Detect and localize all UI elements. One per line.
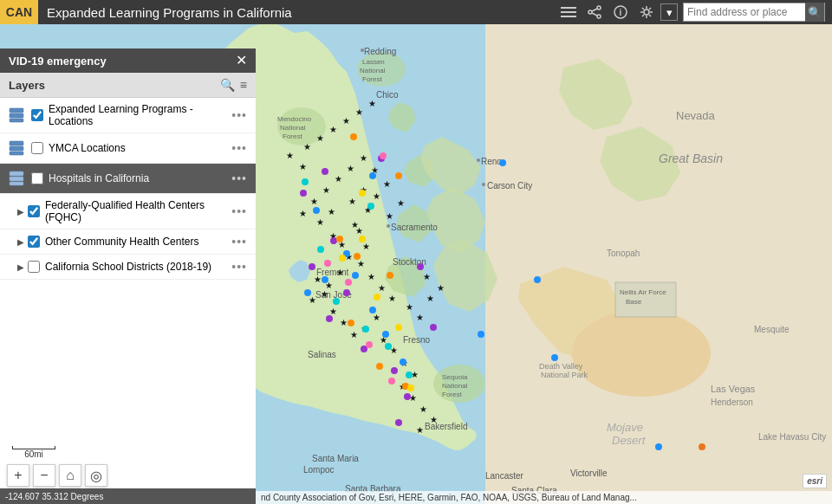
svg-point-169 [354, 253, 361, 260]
list-icon[interactable] [556, 0, 581, 24]
layer-item-expanded-learning[interactable]: Expanded Learning Programs - Locations •… [0, 98, 256, 133]
svg-text:★: ★ [430, 415, 438, 424]
layer-more-fqhc[interactable]: ••• [230, 204, 249, 218]
layer-item-ymca[interactable]: YMCA Locations ••• [0, 133, 256, 164]
svg-point-170 [348, 320, 354, 326]
svg-point-5 [597, 15, 601, 18]
svg-point-41 [387, 224, 390, 228]
layer-item-hospitals[interactable]: Hospitals in California ••• [0, 164, 256, 194]
layers-filter-button[interactable]: ≡ [240, 78, 247, 92]
layer-name-school-districts: California School Districts (2018-19) [45, 261, 230, 273]
svg-text:★: ★ [322, 185, 330, 195]
esri-logo: esri [803, 474, 827, 488]
svg-point-31 [572, 310, 711, 397]
svg-point-178 [362, 326, 369, 333]
layer-more-hospitals[interactable]: ••• [230, 171, 249, 185]
layers-title: Layers [9, 79, 45, 92]
svg-text:Las Vegas: Las Vegas [711, 384, 756, 394]
svg-text:★: ★ [303, 142, 311, 152]
covid-close-button[interactable]: ✕ [236, 54, 247, 68]
svg-rect-59 [615, 282, 676, 317]
svg-point-158 [382, 331, 389, 338]
svg-text:Forest: Forest [362, 75, 382, 83]
layers-toolbar: 🔍 ≡ [220, 78, 247, 92]
svg-text:★: ★ [335, 174, 342, 184]
svg-text:★: ★ [383, 179, 391, 189]
svg-point-180 [406, 372, 413, 378]
layer-stack-icon-hospitals [7, 169, 26, 188]
layer-checkbox-expanded-learning[interactable] [31, 109, 43, 121]
svg-point-157 [369, 307, 376, 313]
svg-text:Lompoc: Lompoc [303, 465, 335, 475]
search-input[interactable] [684, 3, 805, 21]
search-box: 🔍 [683, 3, 825, 22]
svg-text:National: National [280, 124, 306, 132]
svg-point-10 [644, 10, 649, 15]
map-controls: + − ⌂ ◎ [7, 464, 107, 487]
svg-text:★: ★ [416, 313, 424, 322]
home-button[interactable]: ⌂ [59, 464, 81, 487]
layer-more-ymca[interactable]: ••• [230, 141, 249, 155]
svg-point-188 [359, 190, 366, 197]
svg-text:★: ★ [336, 268, 344, 277]
layers-search-button[interactable]: 🔍 [220, 78, 235, 92]
svg-point-140 [330, 237, 337, 244]
map-attribution: nd County Association of Gov, Esri, HERE… [256, 491, 832, 504]
svg-text:★: ★ [328, 207, 335, 216]
svg-text:★: ★ [368, 99, 376, 108]
layer-checkbox-ymca[interactable] [31, 142, 43, 154]
svg-text:National: National [442, 382, 468, 390]
settings-icon[interactable] [634, 0, 659, 24]
svg-text:Death Valley: Death Valley [539, 362, 583, 371]
layer-item-school-districts[interactable]: ▶ California School Districts (2018-19) … [0, 255, 256, 280]
svg-text:★: ★ [299, 162, 307, 171]
svg-text:★: ★ [316, 217, 324, 227]
share-icon[interactable] [582, 0, 607, 24]
svg-point-161 [313, 207, 320, 214]
info-icon[interactable]: i [608, 0, 633, 24]
svg-point-155 [304, 289, 311, 296]
layer-checkbox-fqhc[interactable] [28, 205, 40, 217]
svg-text:Sequoia: Sequoia [442, 373, 468, 381]
svg-text:★: ★ [360, 153, 367, 163]
svg-point-152 [430, 324, 437, 331]
svg-text:Chico: Chico [376, 90, 399, 100]
svg-text:Nellis Air Force: Nellis Air Force [620, 288, 666, 296]
layer-checkbox-hospitals[interactable] [31, 172, 43, 184]
app-title: Expanded Learning Programs in California [38, 5, 556, 20]
layer-checkbox-school-districts[interactable] [28, 261, 40, 273]
svg-text:National: National [360, 67, 386, 74]
zoom-in-button[interactable]: + [7, 464, 29, 487]
svg-text:★: ★ [348, 197, 356, 206]
layer-more-expanded-learning[interactable]: ••• [230, 108, 249, 122]
dropdown-button[interactable]: ▾ [660, 3, 678, 21]
svg-point-167 [699, 443, 705, 450]
map-area[interactable]: Great Basin Nevada Reno Carson City Sacr… [0, 24, 832, 504]
svg-point-148 [300, 190, 307, 197]
svg-point-37 [477, 158, 480, 162]
layer-checkbox-community-health[interactable] [28, 236, 40, 248]
app-header: CAN Expanded Learning Programs in Califo… [0, 0, 832, 24]
zoom-out-button[interactable]: − [33, 464, 55, 487]
svg-point-182 [302, 178, 309, 185]
svg-rect-199 [10, 152, 23, 155]
svg-rect-0 [561, 7, 576, 9]
svg-point-186 [395, 324, 402, 331]
search-button[interactable]: 🔍 [805, 3, 824, 22]
svg-text:Sacramento: Sacramento [391, 223, 438, 232]
layer-name-expanded-learning: Expanded Learning Programs - Locations [49, 103, 230, 127]
svg-text:★: ★ [340, 318, 348, 327]
svg-line-6 [592, 9, 597, 11]
svg-text:Fresno: Fresno [403, 335, 431, 345]
svg-point-190 [345, 279, 352, 286]
layer-item-community-health[interactable]: ▶ Other Community Health Centers ••• [0, 229, 256, 255]
layer-item-fqhc[interactable]: ▶ Federally-Qualified Health Centers (FQ… [0, 194, 256, 229]
svg-point-174 [395, 172, 402, 179]
layer-more-school-districts[interactable]: ••• [230, 260, 249, 274]
svg-point-154 [322, 276, 328, 283]
location-button[interactable]: ◎ [85, 464, 107, 487]
layer-more-community-health[interactable]: ••• [230, 235, 249, 249]
svg-text:★: ★ [378, 283, 386, 293]
svg-text:★: ★ [286, 151, 294, 160]
svg-text:★: ★ [373, 313, 380, 322]
